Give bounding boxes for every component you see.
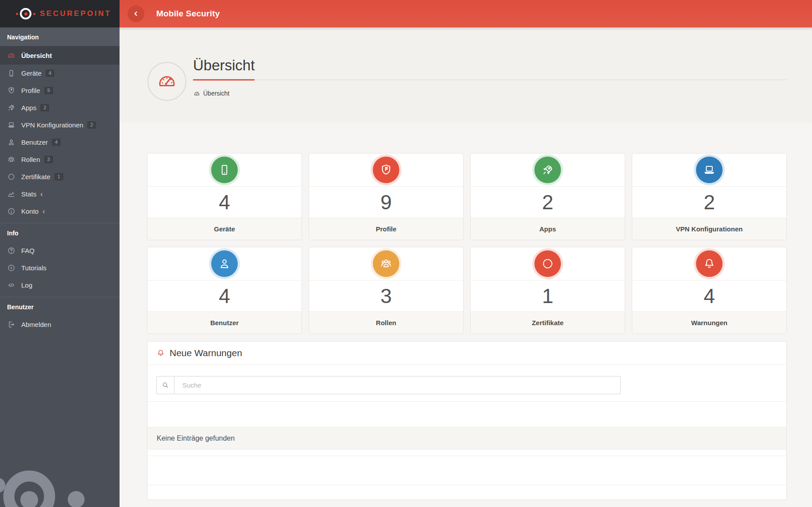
panel-title: Neue Warnungen bbox=[170, 348, 242, 358]
sidebar-item-vpn-konfigurationen[interactable]: VPN Konfigurationen 2 bbox=[0, 116, 120, 134]
sidebar-item-stats[interactable]: Stats ‹ bbox=[0, 185, 120, 203]
page-title-block: Übersicht bbox=[193, 57, 787, 80]
sidebar-item-profile[interactable]: Profile 9 bbox=[0, 82, 120, 99]
sidebar-item-geraete[interactable]: Geräte 4 bbox=[0, 65, 120, 82]
page-header-band: Übersicht Übersicht bbox=[120, 27, 812, 123]
sidebar-item-label: Konto bbox=[21, 207, 39, 215]
users-icon bbox=[7, 155, 15, 164]
search-icon bbox=[156, 376, 174, 394]
gauge-icon bbox=[157, 71, 177, 92]
sidebar-item-abmelden[interactable]: Abmelden bbox=[0, 316, 120, 333]
stat-label: Benutzer bbox=[147, 311, 302, 334]
sidebar-item-benutzer[interactable]: Benutzer 4 bbox=[0, 134, 120, 151]
stat-value: 4 bbox=[147, 187, 302, 218]
sidebar-item-apps[interactable]: Apps 2 bbox=[0, 99, 120, 116]
stats-card-grid: 4 Geräte 9 Profile 2 Apps 2 VPN Konfigur… bbox=[147, 153, 787, 334]
sidebar-item-label: Stats bbox=[21, 190, 36, 198]
stat-label: Warnungen bbox=[632, 311, 786, 334]
logo-o-icon bbox=[20, 8, 31, 19]
divider bbox=[147, 401, 786, 402]
sidebar-item-uebersicht[interactable]: Übersicht bbox=[0, 46, 120, 65]
empty-state-row: Keine Einträge gefunden bbox=[147, 427, 786, 449]
count-badge: 3 bbox=[44, 156, 53, 163]
rocket-icon bbox=[7, 104, 15, 112]
chevron-left-icon: ‹ bbox=[43, 208, 45, 215]
count-badge: 2 bbox=[87, 121, 96, 129]
chevron-left-icon: ‹ bbox=[40, 191, 43, 198]
stat-card-profile[interactable]: 9 Profile bbox=[309, 153, 464, 240]
sidebar-item-label: Zertifikate bbox=[21, 173, 50, 181]
question-circle-icon bbox=[7, 246, 15, 255]
stat-card-geraete[interactable]: 4 Geräte bbox=[147, 153, 302, 240]
count-badge: 4 bbox=[46, 69, 54, 77]
stat-value: 2 bbox=[632, 187, 786, 218]
logo-dot-right-icon bbox=[33, 13, 35, 15]
sidebar-item-label: Rollen bbox=[21, 156, 40, 163]
stat-card-rollen[interactable]: 3 Rollen bbox=[309, 247, 464, 334]
stat-card-warnungen[interactable]: 4 Warnungen bbox=[632, 247, 787, 334]
count-badge: 2 bbox=[40, 104, 49, 111]
stat-label: Apps bbox=[471, 218, 625, 240]
rocket-icon bbox=[534, 157, 561, 183]
chart-icon bbox=[7, 190, 15, 198]
code-icon bbox=[7, 281, 15, 289]
search-input[interactable] bbox=[174, 376, 621, 394]
sidebar-item-rollen[interactable]: Rollen 3 bbox=[0, 151, 120, 168]
topbar: Mobile Security bbox=[120, 0, 812, 27]
app-title: Mobile Security bbox=[156, 9, 220, 19]
shield-icon bbox=[7, 86, 15, 95]
stat-card-apps[interactable]: 2 Apps bbox=[470, 153, 625, 240]
sidebar-item-label: Abmelden bbox=[21, 321, 51, 328]
users-icon bbox=[373, 250, 399, 277]
stat-value: 4 bbox=[632, 280, 786, 311]
sidebar-item-tutorials[interactable]: Tutorials bbox=[0, 259, 120, 277]
count-badge: 1 bbox=[54, 173, 63, 181]
stat-card-zertifikate[interactable]: 1 Zertifikate bbox=[470, 247, 625, 334]
search-row bbox=[156, 376, 621, 394]
stat-card-benutzer[interactable]: 4 Benutzer bbox=[147, 247, 302, 334]
sidebar-item-zertifikate[interactable]: Zertifikate 1 bbox=[0, 168, 120, 185]
laptop-icon bbox=[7, 121, 15, 129]
stat-label: Profile bbox=[309, 218, 463, 240]
stat-value: 4 bbox=[147, 280, 302, 311]
stat-value: 2 bbox=[471, 187, 625, 218]
chevron-left-icon bbox=[132, 10, 140, 18]
certificate-icon bbox=[7, 173, 15, 181]
user-icon bbox=[211, 250, 238, 277]
gauge-icon bbox=[7, 51, 15, 60]
brand-name: SECUREPOINT bbox=[40, 9, 111, 18]
bell-icon bbox=[156, 349, 165, 357]
new-warnings-panel: Neue Warnungen Keine Einträge gefunden bbox=[147, 341, 787, 500]
sidebar-section-info: Info bbox=[0, 223, 120, 242]
stat-value: 9 bbox=[309, 187, 463, 218]
smartphone-icon bbox=[7, 69, 15, 77]
stat-label: Zertifikate bbox=[471, 311, 625, 334]
back-button[interactable] bbox=[128, 5, 144, 22]
sidebar-item-label: FAQ bbox=[21, 247, 35, 254]
page-title: Übersicht bbox=[193, 57, 255, 81]
sidebar-item-label: Log bbox=[21, 281, 32, 289]
play-circle-icon bbox=[7, 264, 15, 272]
stat-value: 1 bbox=[471, 280, 625, 311]
gauge-icon bbox=[193, 90, 200, 97]
sidebar-item-label: Benutzer bbox=[21, 138, 48, 146]
sidebar-item-label: Übersicht bbox=[21, 52, 52, 59]
smartphone-icon bbox=[211, 157, 238, 183]
sidebar-item-faq[interactable]: FAQ bbox=[0, 242, 120, 259]
logout-icon bbox=[7, 320, 15, 329]
sidebar-item-log[interactable]: Log bbox=[0, 277, 120, 294]
divider bbox=[147, 456, 786, 456]
sidebar-item-konto[interactable]: Konto ‹ bbox=[0, 203, 120, 220]
sidebar: SECUREPOINT Navigation Übersicht Geräte … bbox=[0, 0, 120, 507]
page-avatar bbox=[147, 62, 186, 101]
count-badge: 9 bbox=[44, 87, 53, 94]
sidebar-item-label: Profile bbox=[21, 87, 40, 94]
divider bbox=[147, 485, 786, 485]
stat-card-vpn-konfigurationen[interactable]: 2 VPN Konfigurationen bbox=[632, 153, 787, 240]
count-badge: 4 bbox=[52, 138, 61, 146]
breadcrumb[interactable]: Übersicht bbox=[193, 90, 229, 97]
securepoint-watermark-logo bbox=[0, 454, 120, 507]
breadcrumb-label: Übersicht bbox=[203, 90, 229, 97]
sidebar-section-navigation: Navigation bbox=[0, 27, 120, 46]
shield-icon bbox=[373, 157, 399, 183]
